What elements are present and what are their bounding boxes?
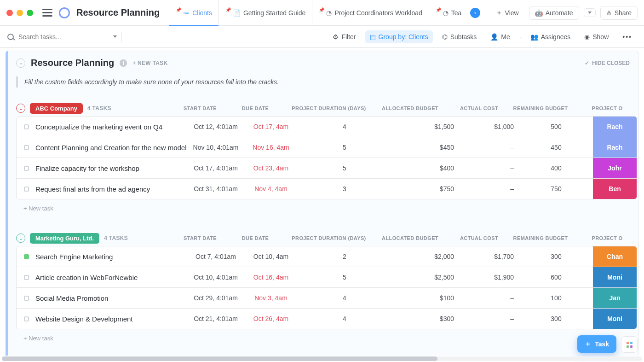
cell-due: Nov 16, 4am [243,144,299,151]
cell-due: Nov 4, 4am [243,185,299,193]
col-alloc[interactable]: ALLOCATED BUDGET [375,235,444,241]
cell-owner[interactable]: Moni [593,267,637,287]
search-box[interactable] [7,33,117,41]
tab-getting-started-guide[interactable]: 📌📄Getting Started Guide [218,0,312,26]
col-start[interactable]: START DATE [172,235,228,241]
cell-due: Oct 23, 4am [243,164,299,172]
filter-icon: ⚙ [333,33,339,41]
cell-owner[interactable]: Moni [593,309,637,329]
col-owner[interactable]: PROJECT O [577,235,637,241]
menu-icon[interactable] [42,9,52,17]
close-window[interactable] [6,10,13,16]
cell-start: Oct 29, 4:01am [188,294,243,302]
cell-owner[interactable]: Rach [593,137,637,158]
col-duration[interactable]: PROJECT DURATION (DAYS) [283,105,375,111]
task-row[interactable]: Website Design & DevelopmentOct 21, 4:01… [17,309,637,329]
new-task-fab[interactable]: ＋ Task [577,335,616,353]
assignees-button[interactable]: 👥 Assignees [526,30,575,43]
cell-duration: 2 [299,253,391,260]
me-button[interactable]: 👤 Me [486,30,514,43]
cell-actual: – [460,315,519,322]
status-checkbox[interactable] [24,124,29,129]
task-row[interactable]: Conceptualize the marketing event on Q4O… [17,117,637,137]
scrollbar-thumb[interactable] [2,356,437,361]
task-row[interactable]: Content Planning and Creation for the ne… [17,137,637,158]
group-name-pill[interactable]: ABC Company [30,103,83,114]
horizontal-scrollbar[interactable] [2,356,642,361]
cell-alloc: $2,000 [391,253,460,260]
add-task-row[interactable]: + New task [16,329,637,347]
automate-dropdown[interactable] [584,8,596,17]
status-checkbox[interactable] [24,296,29,301]
show-button[interactable]: ◉ Show [580,30,613,43]
status-checkbox[interactable] [24,254,29,259]
tab-clients[interactable]: 📌≔Clients [169,0,218,26]
maximize-window[interactable] [27,10,33,16]
status-checkbox[interactable] [24,275,29,280]
group-by-button[interactable]: ▤ Group by: Clients [365,30,433,43]
toolbar: ⚙ Filter ▤ Group by: Clients ⌬ Subtasks … [0,26,644,48]
cell-remaining: 300 [519,253,593,260]
separator-dot: · [519,33,521,41]
tabs-scroll-right[interactable]: › [470,8,480,18]
tab-project-coordinators-workload[interactable]: 📌◔Project Coordinators Workload [312,0,428,26]
cell-alloc: $100 [391,294,460,302]
task-row[interactable]: Finalize capacity for the workshopOct 17… [17,158,637,179]
page-description: Fill the custom fields accordingly to ma… [16,76,630,88]
filter-button[interactable]: ⚙ Filter [328,30,360,43]
task-row[interactable]: Request final arts from the ad agencyOct… [17,179,637,199]
cell-actual: – [460,144,519,151]
automate-button[interactable]: 🤖 Automate [529,6,579,20]
add-view-button[interactable]: ＋ View [490,6,524,20]
people-icon: 👥 [530,33,538,41]
task-rows: Search Engine MarketingOct 7, 4:01amOct … [16,246,637,329]
pin-icon: 📌 [225,7,231,12]
tab-team-workload[interactable]: 📌◔Team Workload [429,0,462,26]
cell-owner[interactable]: Chan [593,246,637,267]
share-button[interactable]: ⋔ Share [600,6,638,20]
cell-owner[interactable]: Johr [593,158,637,178]
view-tabs: 📌≔Clients📌📄Getting Started Guide📌◔Projec… [169,0,461,26]
col-remaining[interactable]: REMAINING BUDGET [504,235,577,241]
minimize-window[interactable] [17,10,23,16]
cell-owner[interactable]: Jan [593,288,637,308]
status-checkbox[interactable] [24,145,29,150]
cell-owner[interactable]: Rach [593,117,637,137]
main-content[interactable]: ⌄ Resource Planning i + NEW TASK ✓ HIDE … [0,48,644,356]
more-menu[interactable]: ••• [618,30,637,43]
status-checkbox[interactable] [24,187,29,192]
col-due[interactable]: DUE DATE [228,235,283,241]
subtasks-button[interactable]: ⌬ Subtasks [437,30,482,43]
task-row[interactable]: Social Media PromotionOct 29, 4:01amNov … [17,288,637,309]
col-remaining[interactable]: REMAINING BUDGET [504,105,577,111]
tab-label: Team Workload [451,9,462,17]
collapse-group-icon[interactable]: ⌄ [16,104,25,113]
task-row[interactable]: Search Engine MarketingOct 7, 4:01amOct … [17,246,637,267]
add-task-row[interactable]: + New task [16,199,637,217]
column-headers: START DATEDUE DATEPROJECT DURATION (DAYS… [172,235,637,241]
col-due[interactable]: DUE DATE [228,105,283,111]
col-actual[interactable]: ACTUAL COST [444,105,504,111]
col-actual[interactable]: ACTUAL COST [444,235,504,241]
col-duration[interactable]: PROJECT DURATION (DAYS) [283,235,375,241]
status-checkbox[interactable] [24,316,29,321]
status-checkbox[interactable] [24,166,29,171]
collapse-group-icon[interactable]: ⌄ [16,234,25,243]
col-alloc[interactable]: ALLOCATED BUDGET [375,105,444,111]
apps-button[interactable] [621,336,638,353]
cell-alloc: $450 [391,144,460,151]
collapse-page-icon[interactable]: ⌄ [16,58,25,68]
task-row[interactable]: Article creation in WebForNewbieOct 10, … [17,267,637,288]
group: ⌄ABC Company4 TASKSSTART DATEDUE DATEPRO… [16,100,637,217]
cell-owner[interactable]: Ben [593,179,637,199]
search-input[interactable] [17,33,91,41]
cell-alloc: $2,500 [391,274,460,281]
search-dropdown-icon[interactable] [113,35,117,38]
col-start[interactable]: START DATE [172,105,228,111]
hide-closed-button[interactable]: ✓ HIDE CLOSED [585,60,630,66]
chevron-down-icon [588,12,592,14]
group-name-pill[interactable]: Marketing Guru, Ltd. [30,233,99,244]
col-owner[interactable]: PROJECT O [577,105,637,111]
info-icon[interactable]: i [120,59,127,67]
new-task-top-button[interactable]: + NEW TASK [132,60,167,66]
